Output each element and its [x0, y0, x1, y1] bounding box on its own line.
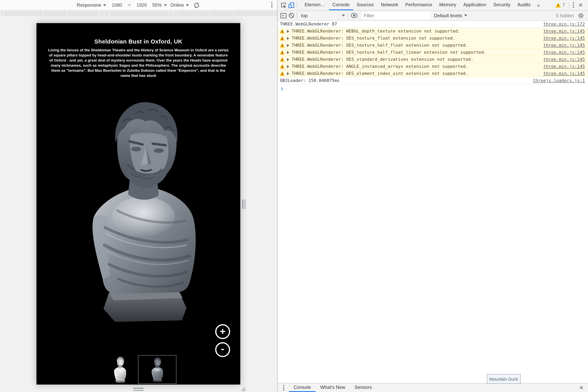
media-query-segment[interactable]: [178, 11, 209, 16]
media-query-segment[interactable]: [100, 11, 104, 16]
zoom-level-label: 55%: [152, 2, 162, 8]
console-warning-row: THREE.WebGLRenderer: WEBGL_depth_texture…: [278, 28, 588, 35]
tab-audits[interactable]: Audits: [514, 0, 534, 10]
source-link[interactable]: three.min.js:172: [543, 22, 585, 27]
drawer-tab-console[interactable]: Console: [289, 384, 316, 392]
hidden-messages-count[interactable]: 5 hidden: [556, 13, 574, 18]
console-message-text: THREE.WebGLRenderer: OES_element_index_u…: [292, 71, 536, 76]
javascript-context-select[interactable]: top: [299, 13, 346, 18]
emulated-page: Sheldonian Bust in Oxford, UK Lining the…: [36, 23, 240, 384]
console-log-row: THREE.WebGLRenderer 87three.min.js:172: [278, 21, 588, 28]
media-query-segment[interactable]: [174, 11, 177, 16]
expand-arrow-icon[interactable]: [287, 72, 289, 75]
tab-memory[interactable]: Memory: [436, 0, 460, 10]
media-query-segment[interactable]: [68, 11, 99, 16]
media-query-segment[interactable]: [4, 11, 42, 16]
source-link[interactable]: three.min.js:145: [543, 36, 585, 41]
expand-arrow-icon[interactable]: [287, 37, 289, 40]
thumbnail-textured-selected[interactable]: [138, 355, 176, 384]
toolbar-separator: [569, 2, 570, 8]
context-label: top: [301, 13, 308, 18]
source-link[interactable]: three.min.js:145: [543, 71, 585, 76]
warning-icon: [280, 36, 284, 40]
media-query-segment[interactable]: [43, 11, 67, 16]
expand-arrow-icon[interactable]: [287, 44, 289, 47]
network-throttle-select[interactable]: Online: [170, 2, 189, 8]
chevron-down-icon: [164, 4, 167, 6]
media-query-segment[interactable]: [169, 11, 173, 16]
more-tabs-icon[interactable]: »: [534, 2, 543, 8]
drawer-toolbar: ConsoleWhat's NewSensors ✕: [278, 383, 588, 392]
drawer-menu-icon[interactable]: [283, 385, 284, 390]
toolbar-separator: [297, 2, 297, 8]
inspect-element-icon[interactable]: [280, 1, 287, 9]
zoom-out-button[interactable]: -: [215, 342, 230, 357]
console-settings-gear-icon[interactable]: [577, 12, 585, 20]
tab-elemen-[interactable]: Elemen…: [301, 0, 329, 10]
source-link[interactable]: three.min.js:145: [543, 64, 585, 69]
source-link[interactable]: three.min.js:145: [543, 43, 585, 48]
console-warning-row: THREE.WebGLRenderer: OES_texture_float e…: [278, 35, 588, 42]
tab-security[interactable]: Security: [490, 0, 514, 10]
bust-3d-model[interactable]: [85, 98, 200, 325]
chevron-down-icon: [464, 14, 467, 16]
tab-application[interactable]: Application: [460, 0, 490, 10]
drawer-close-icon[interactable]: ✕: [576, 384, 586, 391]
viewport-height-resize-handle[interactable]: [133, 388, 144, 391]
media-query-segment[interactable]: [234, 11, 274, 16]
expand-arrow-icon[interactable]: [287, 58, 289, 61]
devtools-menu-icon[interactable]: [571, 2, 576, 8]
viewport-width-input[interactable]: [110, 2, 124, 8]
thumbnail-untextured[interactable]: [111, 356, 128, 383]
dimension-separator: ×: [128, 2, 131, 8]
toggle-device-toolbar-icon[interactable]: [287, 1, 295, 9]
media-query-segment[interactable]: [274, 11, 277, 16]
network-throttle-label: Online: [170, 2, 184, 8]
log-levels-select[interactable]: Default levels: [434, 13, 467, 18]
media-query-segment[interactable]: [105, 11, 108, 16]
media-query-bar[interactable]: [0, 11, 277, 16]
console-warning-row: THREE.WebGLRenderer: OES_element_index_u…: [278, 70, 588, 77]
device-toolbar-menu-icon[interactable]: [269, 2, 274, 8]
media-query-segment[interactable]: [1, 11, 3, 16]
drawer-tab-sensors[interactable]: Sensors: [350, 384, 376, 392]
console-sidebar-icon[interactable]: [280, 12, 287, 20]
panel-resize-handle[interactable]: [242, 200, 246, 209]
tab-network[interactable]: Network: [378, 0, 402, 10]
media-query-segment[interactable]: [210, 11, 234, 16]
warning-icon: [555, 3, 561, 8]
warning-count: 7: [562, 2, 565, 8]
warning-icon: [280, 29, 284, 33]
expand-arrow-icon[interactable]: [287, 51, 289, 54]
viewport-height-input[interactable]: [135, 2, 149, 8]
zoom-in-button[interactable]: +: [215, 324, 230, 339]
console-message-text: THREE.WebGLRenderer: OES_texture_half_fl…: [292, 43, 536, 48]
clear-console-icon[interactable]: [287, 12, 295, 20]
source-link[interactable]: threejs.loaders.js:1: [533, 78, 585, 83]
tab-performance[interactable]: Performance: [402, 0, 436, 10]
device-type-select[interactable]: Responsive: [77, 2, 106, 8]
media-query-segment[interactable]: [109, 11, 168, 16]
zoom-select[interactable]: 55%: [152, 2, 167, 8]
tab-sources[interactable]: Sources: [353, 0, 377, 10]
source-link[interactable]: three.min.js:145: [543, 57, 585, 62]
console-message-list: THREE.WebGLRenderer 87three.min.js:172TH…: [278, 21, 588, 84]
rotate-viewport-icon[interactable]: [192, 1, 200, 9]
warning-count-badge[interactable]: 7: [553, 2, 567, 8]
expand-arrow-icon[interactable]: [287, 65, 289, 68]
devtools-close-icon[interactable]: ✕: [576, 2, 586, 8]
console-toolbar: top Default levels 5 hidden: [278, 10, 588, 21]
console-filter-input[interactable]: [362, 12, 430, 19]
device-type-label: Responsive: [77, 2, 101, 8]
live-expression-eye-icon[interactable]: [350, 12, 358, 20]
page-description: Lining the fences of the Sheldonian Thea…: [48, 48, 229, 78]
source-link[interactable]: three.min.js:145: [543, 50, 585, 55]
tab-console[interactable]: Console: [329, 0, 353, 10]
expand-arrow-icon[interactable]: [287, 30, 289, 33]
source-link[interactable]: three.min.js:145: [543, 28, 585, 34]
drawer-tab-bar: ConsoleWhat's NewSensors: [289, 384, 376, 392]
console-prompt[interactable]: ❯: [278, 84, 588, 93]
resize-corner-icon[interactable]: [241, 386, 246, 392]
drawer-tab-what-s-new[interactable]: What's New: [316, 384, 350, 392]
console-warning-row: THREE.WebGLRenderer: OES_standard_deriva…: [278, 56, 588, 63]
